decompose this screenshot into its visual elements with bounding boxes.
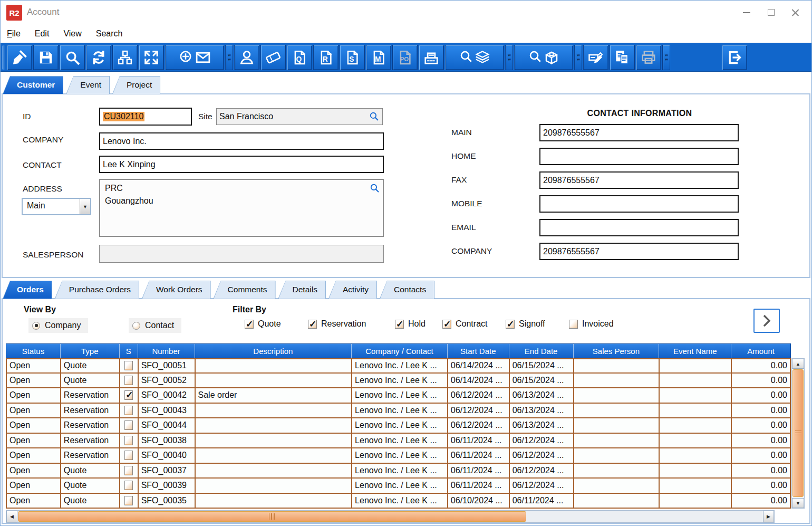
row-s-checkbox[interactable] (124, 361, 133, 370)
detail-tab-activity[interactable]: Activity (328, 281, 377, 299)
copy-button[interactable] (610, 45, 635, 70)
filter-hold-checkbox[interactable]: Hold (395, 319, 426, 329)
table-row[interactable]: OpenReservationSFO_00043Lenovo Inc. / Le… (6, 404, 791, 419)
table-row[interactable]: OpenReservationSFO_00040Lenovo Inc. / Le… (6, 448, 791, 464)
doc-s-button[interactable]: S (340, 45, 365, 70)
site-search-icon[interactable] (369, 111, 379, 121)
column-header-event-name[interactable]: Event Name (659, 344, 731, 358)
id-field[interactable]: CU302110 (99, 108, 192, 126)
table-row[interactable]: OpenQuoteSFO_00035Lenovo Inc. / Lee K ..… (6, 494, 791, 509)
search-button[interactable] (60, 45, 85, 70)
row-s-checkbox[interactable] (124, 406, 133, 415)
register-button[interactable] (419, 45, 444, 70)
sweep-button[interactable] (7, 45, 32, 70)
doc-m-button[interactable]: M (366, 45, 391, 70)
row-s-checkbox[interactable] (124, 451, 133, 460)
column-header-sales-person[interactable]: Sales Person (574, 344, 660, 358)
doc-po-button[interactable]: PO (392, 45, 418, 70)
menu-file[interactable]: File (7, 29, 21, 39)
view-by-contact-radio[interactable]: Contact (129, 318, 181, 333)
scroll-down-button[interactable]: ▼ (792, 498, 804, 508)
vertical-scrollbar[interactable]: ▲ ▼ (791, 358, 805, 509)
table-row[interactable]: OpenQuoteSFO_00051Lenovo Inc. / Lee K ..… (6, 358, 791, 374)
detail-tab-work-orders[interactable]: Work Orders (142, 281, 211, 299)
address-type-dropdown[interactable]: Main ▼ (22, 198, 91, 215)
filter-invoiced-checkbox[interactable]: Invoiced (569, 319, 614, 329)
doc-r-button[interactable]: R (313, 45, 339, 70)
detail-tab-orders[interactable]: Orders (3, 281, 52, 299)
filter-quote-checkbox[interactable]: Quote (245, 319, 281, 329)
print-button[interactable] (636, 45, 661, 70)
refresh-button[interactable] (86, 45, 111, 70)
detail-tab-details[interactable]: Details (278, 281, 326, 299)
detail-tab-contacts[interactable]: Contacts (380, 281, 434, 299)
main-tab-event[interactable]: Event (66, 76, 110, 94)
row-s-checkbox[interactable] (124, 466, 133, 475)
contact-info-main-field[interactable]: 209876555567 (539, 124, 739, 141)
table-row[interactable]: OpenReservationSFO_00038Lenovo Inc. / Le… (6, 434, 791, 449)
column-header-type[interactable]: Type (61, 344, 120, 358)
row-s-checkbox[interactable] (124, 481, 133, 490)
ticket-button[interactable] (260, 45, 286, 70)
address-search-icon[interactable] (370, 183, 380, 193)
row-s-checkbox[interactable] (124, 420, 133, 430)
contact-info-company-field[interactable]: 209876555567 (539, 243, 739, 260)
address-field[interactable]: PRCGouangzhou (99, 179, 384, 237)
table-row[interactable]: OpenQuoteSFO_00039Lenovo Inc. / Lee K ..… (6, 479, 791, 494)
column-header-start-date[interactable]: Start Date (448, 344, 509, 358)
contact-info-fax-field[interactable]: 209876555567 (539, 171, 739, 189)
column-header-number[interactable]: Number (138, 344, 195, 358)
save-button[interactable] (33, 45, 59, 70)
filter-reservation-checkbox[interactable]: Reservation (308, 319, 366, 329)
menu-edit[interactable]: Edit (35, 29, 50, 39)
maximize-button[interactable] (759, 4, 783, 21)
horizontal-scrollbar[interactable]: ◀ ▶ (6, 510, 775, 523)
detail-tab-comments[interactable]: Comments (214, 281, 276, 299)
view-by-company-radio[interactable]: Company (28, 318, 88, 333)
row-s-checkbox[interactable] (124, 496, 133, 505)
table-row[interactable]: OpenReservationSFO_00042Sale orderLenovo… (6, 388, 791, 404)
expand-button[interactable] (139, 45, 164, 70)
menu-view[interactable]: View (63, 29, 81, 39)
row-s-checkbox[interactable] (124, 376, 133, 385)
search-box-button[interactable] (514, 45, 573, 70)
horizontal-scrollbar-thumb[interactable] (18, 511, 526, 522)
main-tab-customer[interactable]: Customer (3, 76, 63, 94)
toolbar-overflow-button[interactable]: ▾▾▾▾ (662, 45, 670, 70)
dropdown-arrow-icon[interactable]: ▼ (80, 199, 90, 214)
detail-tab-purchase-orders[interactable]: Purchase Orders (55, 281, 139, 299)
row-s-checkbox[interactable] (124, 436, 133, 445)
main-tab-project[interactable]: Project (112, 76, 160, 94)
column-header-description[interactable]: Description (195, 344, 352, 358)
vertical-scrollbar-thumb[interactable] (792, 369, 804, 497)
person-button[interactable] (234, 45, 259, 70)
exit-button[interactable] (722, 45, 747, 70)
filter-signoff-checkbox[interactable]: Signoff (506, 319, 545, 329)
table-row[interactable]: OpenReservationSFO_00044Lenovo Inc. / Le… (6, 418, 791, 434)
search-layers-button[interactable] (445, 45, 504, 70)
filter-contract-checkbox[interactable]: Contract (442, 319, 487, 329)
toolbar-overflow-button[interactable]: ▾▾▾▾ (225, 45, 233, 70)
scroll-up-button[interactable]: ▲ (792, 359, 804, 369)
toolbar-overflow-button[interactable]: ▾▾▾▾ (505, 45, 513, 70)
column-header-amount[interactable]: Amount (731, 344, 790, 358)
toolbar-grip[interactable] (2, 45, 5, 70)
contact-field[interactable]: Lee K Xinping (99, 156, 384, 173)
close-button[interactable] (783, 4, 807, 21)
scroll-left-button[interactable]: ◀ (6, 511, 17, 522)
table-row[interactable]: OpenQuoteSFO_00037Lenovo Inc. / Lee K ..… (6, 464, 791, 479)
menu-search[interactable]: Search (96, 29, 123, 39)
contact-info-home-field[interactable] (539, 148, 739, 165)
column-header-end-date[interactable]: End Date (509, 344, 574, 358)
company-field[interactable]: Lenovo Inc. (99, 132, 384, 150)
next-page-button[interactable] (753, 309, 780, 333)
column-header-s[interactable]: S (120, 344, 138, 358)
contact-info-email-field[interactable] (539, 219, 739, 236)
org-chart-button[interactable] (112, 45, 138, 70)
column-header-status[interactable]: Status (6, 344, 61, 358)
salesperson-field[interactable] (99, 245, 384, 263)
contact-info-mobile-field[interactable] (539, 195, 739, 213)
site-field[interactable]: San Francisco (216, 108, 383, 125)
toolbar-overflow-button[interactable]: ▾▾▾▾ (574, 45, 582, 70)
edit-record-button[interactable] (583, 45, 608, 70)
